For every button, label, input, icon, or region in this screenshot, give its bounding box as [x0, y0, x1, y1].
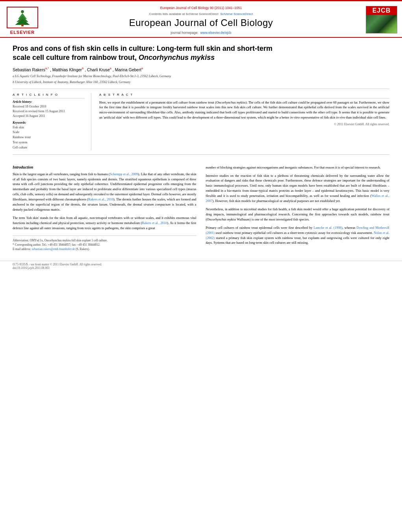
rakers-ref2[interactable]: Rakers et al., 2010 — [142, 221, 167, 225]
body-section: Introduction Skin is the largest organ i… — [0, 165, 402, 258]
footnote-email: E-mail address: sebastian.rakers@emb.fra… — [13, 247, 196, 251]
authors-line: Sebastian Rakersa,* , Matthias Klingerb … — [13, 67, 389, 72]
footnote-corresponding: * Corresponding author. Tel.: +49 451 38… — [13, 243, 196, 247]
rakers-2010-ref[interactable]: Rakers et al., 2010 — [88, 197, 113, 201]
abstract-text: Here, we report the establishment of a p… — [99, 100, 389, 120]
keyword-rainbow-trout: Rainbow trout — [13, 135, 85, 140]
article-info-left: A R T I C L E I N F O Article history: R… — [13, 93, 91, 150]
abstract-header: A B S T R A C T — [99, 93, 389, 96]
accepted-line: Accepted 16 August 2011 — [13, 114, 85, 119]
intro-para1: Skin is the largest organ in all vertebr… — [13, 172, 196, 212]
copyright-line: © 2011 Elsevier GmbH. All rights reserve… — [99, 122, 389, 126]
bottom-bar: 0171-9335/$ – see front matter © 2011 El… — [0, 261, 402, 271]
elsevier-logo-box — [7, 7, 38, 28]
right-para2: Intensive studies on the reaction of fis… — [206, 173, 390, 204]
received-line: Received 18 October 2010 — [13, 104, 85, 109]
journal-header: ELSEVIER European Journal of Cell Biolog… — [0, 1, 402, 38]
ejcb-logo: EJCB — [362, 4, 397, 37]
homepage-url[interactable]: www.elsevier.de/ejcb — [200, 31, 232, 35]
divider-1 — [13, 89, 389, 89]
article-info-header: A R T I C L E I N F O — [13, 93, 85, 96]
ejcb-logo-box: EJCB — [366, 6, 397, 33]
divider-2 — [13, 154, 389, 155]
journal-homepage: journal homepage: www.elsevier.de/ejcb — [170, 31, 231, 35]
footnote-abbrev: Abbreviation: OMYsd 1x, Oncorhynchus myk… — [13, 238, 196, 243]
keyword-cell-culture: Cell culture — [13, 145, 85, 150]
svg-rect-5 — [21, 24, 24, 26]
elsevier-logo: ELSEVIER — [5, 4, 40, 37]
intro-para2: The term 'fish skin' stands for the skin… — [13, 215, 196, 231]
footnote-email-address[interactable]: sebastian.rakers@emb.fraunhofer.de — [32, 247, 75, 251]
lamche-ref[interactable]: Lamche et al. (1998) — [313, 226, 342, 230]
elsevier-tree-icon — [11, 9, 34, 26]
ejcb-image — [366, 15, 397, 33]
affiliation-b: b University of Lübeck, Institute of Ana… — [13, 80, 389, 84]
intro-title: Introduction — [13, 165, 196, 169]
issn-line: 0171-9335/$ – see front matter © 2011 El… — [13, 263, 389, 266]
history-title: Article history: — [13, 100, 85, 104]
keywords-title: Keywords: — [13, 121, 85, 124]
keyword-fish-skin: Fish skin — [13, 125, 85, 130]
ejcb-badge: EJCB — [366, 6, 397, 15]
divider-abstract — [99, 98, 389, 98]
svg-point-1 — [21, 10, 24, 13]
dowling-ref[interactable]: Dowling and Mothersill (2001) — [206, 226, 389, 235]
article-abstract: A B S T R A C T Here, we report the esta… — [99, 93, 389, 150]
right-para1: number of blocking strategies against mi… — [206, 165, 390, 170]
revised-line: Received in revised form 15 August 2011 — [13, 109, 85, 114]
walles-ref[interactable]: Walles et al., 2007 — [206, 194, 390, 203]
body-col-left: Introduction Skin is the largest organ i… — [13, 165, 196, 252]
right-para4: Primary cell cultures of rainbow trout e… — [206, 225, 390, 246]
right-para3: Nevertheless, in addition to microbial s… — [206, 207, 390, 222]
journal-center: European Journal of Cell Biology 90 (201… — [43, 4, 359, 37]
article-content: Pros and cons of fish skin cells in cult… — [0, 38, 402, 165]
affiliation-a: a LG Aquatic Cell Technology, Fraunhofer… — [13, 74, 389, 78]
journal-top-line: European Journal of Cell Biology 90 (201… — [160, 6, 242, 10]
keyword-test-system: Test system — [13, 140, 85, 145]
nolan-ref[interactable]: Nolan et al. (2002) — [206, 231, 390, 240]
page: ELSEVIER European Journal of Cell Biolog… — [0, 0, 402, 532]
article-info-section: A R T I C L E I N F O Article history: R… — [13, 93, 389, 150]
contents-line: Contents lists available at SciVerse Sci… — [149, 12, 253, 16]
elsevier-text: ELSEVIER — [10, 30, 35, 35]
keyword-scale: Scale — [13, 130, 85, 135]
body-col-right: number of blocking strategies against mi… — [206, 165, 390, 252]
two-col-body: Introduction Skin is the largest organ i… — [13, 165, 389, 252]
article-title: Pros and cons of fish skin cells in cult… — [13, 44, 389, 63]
journal-title: European Journal of Cell Biology — [129, 17, 273, 28]
the-word: the — [120, 226, 124, 230]
footnote-section: Abbreviation: OMYsd 1x, Oncorhynchus myk… — [13, 235, 196, 252]
doi-line: doi:10.1016/j.ejcb.2011.08.003 — [13, 266, 389, 270]
keywords-list: Fish skin Scale Rainbow trout Test syste… — [13, 125, 85, 150]
sciverse-link[interactable]: SciVerse ScienceDirect — [220, 12, 253, 16]
schempp-ref[interactable]: Schempp et al., 2009 — [110, 172, 138, 176]
divider-info — [13, 98, 85, 98]
